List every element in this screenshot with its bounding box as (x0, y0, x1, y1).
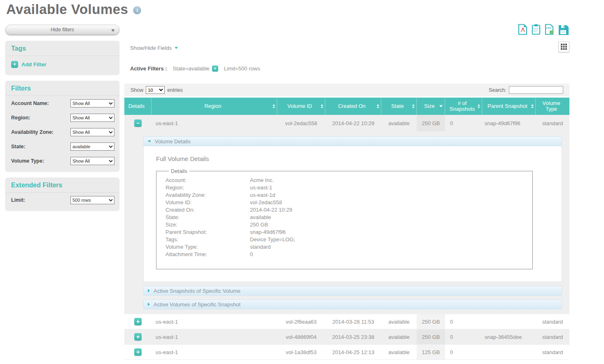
available-volumes-page: Available Volumesi Hide filters « Tags +… (0, 0, 604, 364)
clipboard-icon (532, 24, 541, 35)
sort-icon[interactable] (273, 104, 275, 108)
hide-filters-button[interactable]: Hide filters « (5, 25, 119, 35)
column-header-parent-snapshot[interactable]: Parent Snapshot (482, 98, 536, 115)
detail-label: Account: (166, 177, 250, 184)
region-label: Region: (11, 115, 30, 121)
detail-value: us-east-1d (250, 191, 532, 199)
volume-type-select[interactable]: Show All (70, 157, 114, 165)
sort-icon[interactable] (412, 104, 415, 108)
accordion-active-volumes[interactable]: Active Volumes of Specific Snapshot (143, 299, 562, 309)
filters-panel-title: Filters (5, 81, 119, 96)
column-header-state[interactable]: State (381, 98, 417, 115)
table-row: + us-east-1 vol-2f6eaa63 2014-03-28 11:5… (124, 314, 569, 329)
detail-value: snap-49d67f96 (250, 229, 532, 236)
plus-icon: + (11, 61, 18, 68)
add-filter-button[interactable]: + Add Filter (5, 56, 119, 71)
chevron-down-icon (175, 47, 178, 49)
table-grid-button[interactable] (558, 41, 569, 52)
add-filter-label: Add Filter (21, 61, 47, 68)
column-label: Volume Type (537, 100, 565, 112)
expand-row-button[interactable]: + (134, 333, 142, 341)
state-select[interactable]: available (70, 142, 114, 151)
region-select[interactable]: Show All (70, 114, 114, 122)
save-button[interactable] (558, 24, 569, 37)
pdf-icon (518, 24, 527, 35)
detail-value: 2014-04-22 10:29 (250, 206, 532, 214)
column-label: # of Snapshots (447, 100, 478, 112)
limit-label: Limit: (11, 197, 25, 203)
cell-volume-id: vol-1a38df53 (277, 345, 325, 359)
remove-filter-icon[interactable]: × (212, 65, 218, 72)
filters-sidebar: Hide filters « Tags + Add Filter Filters… (5, 25, 119, 210)
limit-select[interactable]: 500 rows (70, 196, 114, 204)
filters-panel: Filters Account Name: Show All Region: S… (5, 81, 119, 171)
sort-icon[interactable] (321, 104, 323, 108)
column-header-details[interactable]: Details (124, 98, 152, 115)
column-header-created-on[interactable]: Created On (325, 98, 381, 115)
cell-volume-id: vol-2f6eaa63 (277, 314, 325, 329)
cell-region: us-east-1 (152, 314, 277, 329)
cell-created-on: 2014-04-22 10:29 (325, 115, 381, 131)
active-filter-chip-state: State=available × (173, 65, 218, 72)
cell-created-on: 2014-03-25 23:38 (325, 329, 381, 344)
show-hide-fields-button[interactable]: Show/Hide Fields (130, 45, 178, 51)
table-row: + us-east-1 vol-48669f04 2014-03-25 23:3… (124, 329, 569, 345)
column-header-num-snapshots[interactable]: # of Snapshots (445, 98, 482, 115)
detail-value: vol-2edac558 (250, 199, 532, 206)
volumes-table: Details Region Volume ID Created On Stat… (124, 98, 569, 360)
column-header-size[interactable]: Size (417, 98, 445, 115)
detail-label: Parent Snapshot: (166, 229, 250, 236)
column-label: Size (424, 103, 434, 109)
show-hide-fields-label: Show/Hide Fields (130, 45, 172, 51)
filter-row-limit: Limit: 500 rows (5, 193, 119, 207)
detail-value: Acme Inc. (250, 177, 532, 184)
export-csv-button[interactable]: CSV (545, 24, 554, 37)
column-header-region[interactable]: Region (152, 98, 277, 115)
cell-size: 250 GB (417, 115, 445, 131)
account-name-label: Account Name: (11, 100, 49, 106)
search-label: Search: (489, 87, 506, 93)
column-label: State (391, 103, 403, 109)
accordion-volume-details[interactable]: Volume Details (143, 136, 562, 146)
availability-zone-select[interactable]: Show All (70, 128, 114, 136)
state-label: State: (11, 144, 26, 149)
cell-volume-id: vol-2edac558 (277, 115, 325, 131)
column-header-volume-id[interactable]: Volume ID (277, 98, 325, 115)
accordion-active-snapshots[interactable]: Active Snapshots of Specific Volume (143, 286, 562, 296)
collapse-sidebar-icon: « (112, 27, 114, 33)
cell-num-snapshots: 0 (445, 115, 482, 131)
column-header-volume-type[interactable]: Volume Type (536, 98, 569, 115)
detail-label: Tags: (166, 236, 250, 243)
cell-created-on: 2014-03-28 11:53 (325, 314, 381, 329)
sort-icon[interactable] (531, 104, 534, 108)
active-filters-bar: Active Filters : State=available × Limit… (130, 65, 260, 72)
column-label: Parent Snapshot (487, 103, 527, 109)
sort-icon[interactable] (478, 104, 480, 108)
availability-zone-label: Availability Zone: (11, 129, 54, 135)
cell-num-snapshots: 0 (445, 329, 482, 344)
search-area: Search: (489, 86, 563, 94)
cell-parent-snapshot (482, 314, 536, 329)
show-label: Show (131, 87, 143, 93)
accordion-title: Active Snapshots of Specific Volume (154, 288, 240, 294)
page-size-select[interactable]: 10 (146, 86, 165, 94)
export-pdf-button[interactable] (518, 24, 527, 37)
arrow-right-icon (148, 289, 150, 292)
copy-to-clipboard-button[interactable] (532, 24, 541, 37)
info-icon[interactable]: i (133, 6, 141, 14)
cell-volume-type: standard (536, 345, 569, 359)
expand-row-button[interactable]: + (134, 348, 142, 356)
column-label: Volume ID (287, 103, 312, 109)
filter-row-account-name: Account Name: Show All (5, 96, 119, 110)
detail-label: Attachment Time: (166, 251, 250, 258)
sort-icon[interactable] (377, 104, 379, 108)
collapse-row-button[interactable]: − (134, 119, 142, 127)
details-fieldset: Details Account:Acme Inc. Region:us-east… (156, 168, 533, 269)
cell-region: us-east-1 (152, 329, 277, 344)
expand-row-button[interactable]: + (134, 318, 142, 325)
account-name-select[interactable]: Show All (70, 99, 114, 107)
extended-filters-panel: Extended Filters Limit: 500 rows (5, 177, 119, 210)
csv-icon: CSV (545, 24, 554, 35)
search-input[interactable] (509, 86, 563, 94)
size-filter-dropdown-icon[interactable] (439, 105, 443, 107)
